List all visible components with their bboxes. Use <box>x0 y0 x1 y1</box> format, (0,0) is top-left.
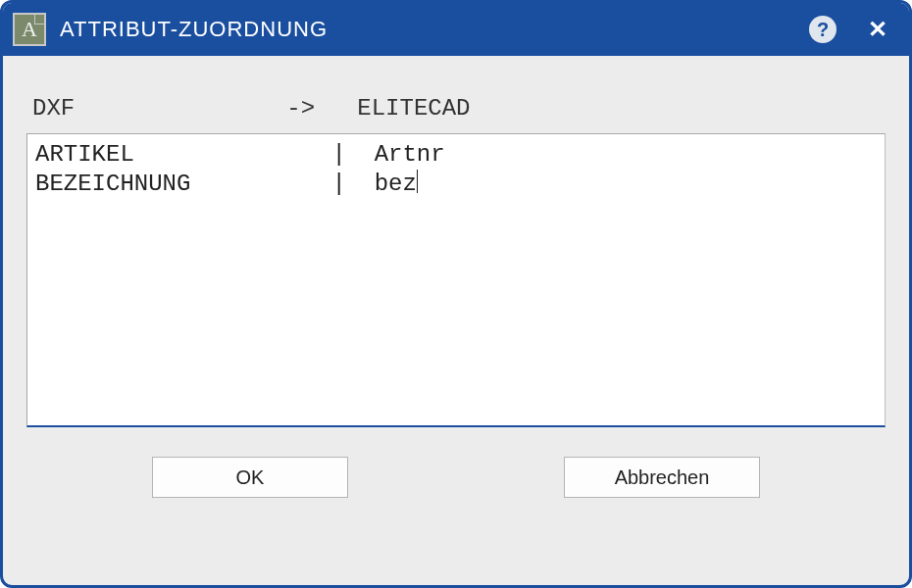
titlebar: A ATTRIBUT-ZUORDNUNG ? ✕ <box>3 3 909 56</box>
column-header-row: DXF -> ELITECAD <box>26 95 886 133</box>
help-icon[interactable]: ? <box>809 16 836 43</box>
header-dxf: DXF <box>32 95 75 122</box>
ok-button[interactable]: OK <box>152 457 348 498</box>
mapping-textarea[interactable]: ARTIKEL | ArtnrBEZEICHNUNG | bez <box>26 133 886 427</box>
dialog-content: DXF -> ELITECAD ARTIKEL | ArtnrBEZEICHNU… <box>3 56 909 585</box>
dialog-button-row: OK Abbrechen <box>26 427 886 508</box>
app-icon: A <box>13 13 46 46</box>
mapping-line: ARTIKEL | Artnr <box>35 140 877 170</box>
mapping-line: BEZEICHNUNG | bez <box>35 170 877 199</box>
close-icon[interactable]: ✕ <box>864 18 891 41</box>
text-caret <box>417 170 418 193</box>
titlebar-actions: ? ✕ <box>809 16 891 43</box>
header-elitecad: ELITECAD <box>357 95 470 122</box>
cancel-button[interactable]: Abbrechen <box>564 457 760 498</box>
header-arrow: -> <box>286 95 315 122</box>
attribute-mapping-dialog: A ATTRIBUT-ZUORDNUNG ? ✕ DXF -> ELITECAD… <box>0 0 912 588</box>
window-title: ATTRIBUT-ZUORDNUNG <box>60 17 795 42</box>
